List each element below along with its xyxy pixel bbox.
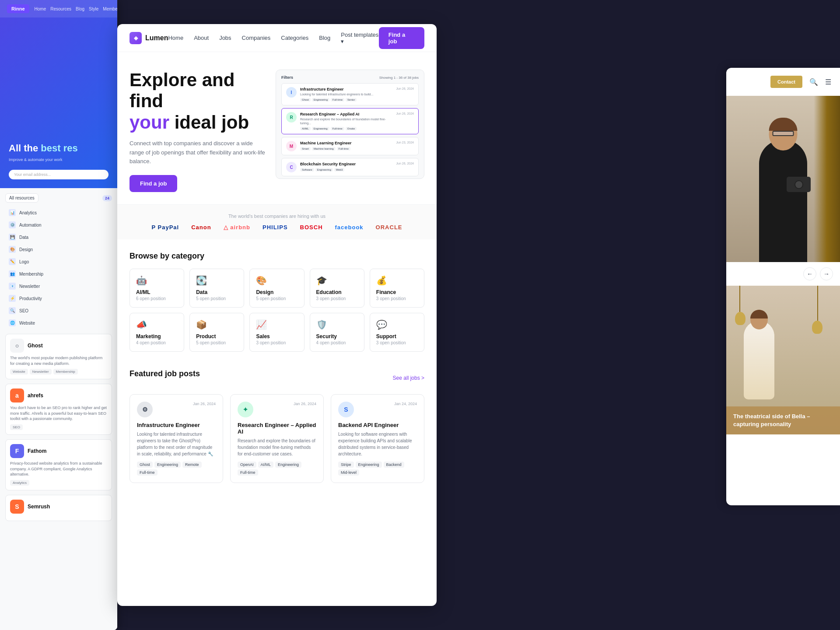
featured-job-ai[interactable]: ✦ Jan 26, 2024 Research Engineer – Appli… bbox=[230, 394, 324, 483]
left-hero-subtext: Improve & automate your work bbox=[9, 158, 108, 162]
nav-home[interactable]: Home bbox=[35, 7, 46, 11]
featured-logo: S bbox=[338, 402, 354, 417]
left-filter-count: 24 bbox=[102, 195, 112, 201]
category-count: 6 open position bbox=[136, 296, 178, 301]
prev-arrow[interactable]: ← bbox=[803, 267, 816, 280]
nav-home[interactable]: Home bbox=[168, 35, 183, 41]
nav-categories[interactable]: Categories bbox=[281, 35, 308, 41]
preview-job-item[interactable]: I Infrastructure Engineer Looking for ta… bbox=[281, 83, 419, 105]
sidebar-item-website[interactable]: 🌐 Website bbox=[5, 317, 112, 329]
preview-job-item[interactable]: R Research Engineer – Applied AI Researc… bbox=[281, 108, 419, 134]
category-product[interactable]: 📦 Product 5 open position bbox=[189, 313, 244, 352]
right-panel: Contact 🔍 ☰ ← → bbox=[726, 68, 840, 505]
menu-icon[interactable]: ☰ bbox=[825, 78, 831, 86]
left-logo[interactable]: Rinne bbox=[7, 4, 29, 13]
category-aiml[interactable]: 🤖 AI/ML 6 open position bbox=[130, 269, 184, 308]
find-job-button-hero[interactable]: Find a job bbox=[130, 175, 177, 192]
left-content: All resources 24 📊 Analytics ⚙️ Automati… bbox=[0, 188, 117, 630]
lumen-nav-links: Home About Jobs Companies Categories Blo… bbox=[168, 32, 378, 45]
category-support[interactable]: 💬 Support 3 open position bbox=[370, 313, 424, 352]
sidebar-item-label: Analytics bbox=[19, 210, 37, 215]
category-education[interactable]: 🎓 Education 3 open position bbox=[310, 269, 364, 308]
education-icon: 🎓 bbox=[316, 275, 358, 286]
browse-title: Browse by category bbox=[130, 252, 424, 261]
sidebar-item-productivity[interactable]: ⚡ Productivity bbox=[5, 293, 112, 304]
fathom-logo: F bbox=[10, 444, 24, 458]
data-icon: 💽 bbox=[196, 275, 238, 286]
nav-jobs[interactable]: Jobs bbox=[219, 35, 231, 41]
featured-tags: Stripe Engineering Backend Mid-level bbox=[338, 462, 417, 476]
contact-button[interactable]: Contact bbox=[770, 76, 802, 88]
sidebar-item-label: Automation bbox=[19, 223, 42, 228]
job-info: Blockchain Security Engineer Software En… bbox=[300, 162, 393, 172]
seo-icon: 🔍 bbox=[9, 307, 16, 314]
tool-card-fathom: F Fathom Privacy-focused website analyti… bbox=[5, 439, 112, 490]
category-security[interactable]: 🛡️ Security 4 open position bbox=[310, 313, 364, 352]
job-tag: Machine learning bbox=[312, 147, 336, 150]
left-email-input[interactable]: Your email address... bbox=[9, 170, 108, 179]
left-hero-text: All the best res Improve & automate your… bbox=[9, 142, 108, 162]
lumen-logo[interactable]: ◈ Lumen bbox=[130, 32, 168, 44]
sidebar-item-logo[interactable]: ✏️ Logo bbox=[5, 256, 112, 267]
job-info: Infrastructure Engineer Looking for tale… bbox=[300, 87, 393, 102]
lumen-logo-icon: ◈ bbox=[130, 32, 142, 44]
featured-job-backend[interactable]: S Jan 24, 2024 Backend API Engineer Look… bbox=[331, 394, 424, 483]
nav-post-templates[interactable]: Post templates ▾ bbox=[341, 32, 379, 45]
nav-blog[interactable]: Blog bbox=[76, 7, 84, 11]
glasses bbox=[773, 131, 794, 136]
category-name: Design bbox=[256, 289, 298, 295]
sidebar-item-membership[interactable]: 👥 Membership bbox=[5, 268, 112, 280]
left-filter-row: All resources 24 bbox=[5, 193, 112, 203]
featured-job-desc: Looking for talented infrastructure engi… bbox=[137, 431, 216, 457]
tool-desc: You don't have to be an SEO pro to rank … bbox=[10, 405, 107, 422]
preview-header: Filters Showing 1 - 36 of 38 jobs bbox=[281, 75, 419, 80]
preview-job-item[interactable]: M Machine Learning Engineer Smart Machin… bbox=[281, 137, 419, 155]
job-tag: Smart bbox=[300, 147, 311, 150]
sidebar-item-automation[interactable]: ⚙️ Automation bbox=[5, 219, 112, 231]
job-tag: Senior bbox=[346, 98, 357, 102]
preview-job-item[interactable]: C Blockchain Security Engineer Software … bbox=[281, 158, 419, 176]
bella-photo: The theatrical side of Bella – capturing… bbox=[726, 286, 840, 434]
find-job-button-nav[interactable]: Find a job bbox=[379, 27, 424, 49]
tool-card-ghost: ○ Ghost The world's most popular modern … bbox=[5, 334, 112, 379]
category-count: 3 open position bbox=[376, 340, 418, 345]
category-data[interactable]: 💽 Data 5 open position bbox=[189, 269, 244, 308]
sidebar-item-seo[interactable]: 🔍 SEO bbox=[5, 305, 112, 316]
tag: Mid-level bbox=[338, 469, 359, 476]
category-finance[interactable]: 💰 Finance 3 open position bbox=[370, 269, 424, 308]
search-icon[interactable]: 🔍 bbox=[809, 78, 818, 86]
featured-tags: OpenAI AI/ML Engineering Full-time bbox=[238, 462, 316, 476]
category-marketing[interactable]: 📣 Marketing 4 open position bbox=[130, 313, 184, 352]
job-tag: Ghost bbox=[300, 98, 311, 102]
job-logo: R bbox=[286, 112, 297, 122]
featured-job-infrastructure[interactable]: ⚙ Jan 26, 2024 Infrastructure Engineer L… bbox=[130, 394, 223, 483]
job-title: Blockchain Security Engineer bbox=[300, 162, 393, 166]
next-arrow[interactable]: → bbox=[820, 267, 833, 280]
featured-section: Featured job posts See all jobs > ⚙ Jan … bbox=[117, 369, 437, 495]
job-tag: Full-time bbox=[331, 98, 344, 102]
featured-job-desc: Research and explore the boundaries of f… bbox=[238, 438, 316, 457]
category-name: AI/ML bbox=[136, 289, 178, 295]
hero-heading: Explore and find your ideal job bbox=[130, 70, 265, 133]
job-date: Jun 23, 2024 bbox=[396, 141, 414, 144]
nav-companies[interactable]: Companies bbox=[242, 35, 271, 41]
featured-date: Jan 26, 2024 bbox=[294, 402, 316, 406]
sidebar-item-newsletter[interactable]: 📧 Newsletter bbox=[5, 280, 112, 292]
category-sales[interactable]: 📈 Sales 3 open position bbox=[249, 313, 304, 352]
nav-style[interactable]: Style bbox=[89, 7, 98, 11]
nav-blog[interactable]: Blog bbox=[319, 35, 330, 41]
nav-resources[interactable]: Resources bbox=[50, 7, 71, 11]
category-count: 4 open position bbox=[136, 340, 178, 345]
job-tag: Web3 bbox=[334, 168, 345, 172]
sidebar-item-analytics[interactable]: 📊 Analytics bbox=[5, 207, 112, 218]
sidebar-item-design[interactable]: 🎨 Design bbox=[5, 244, 112, 255]
nav-about[interactable]: About bbox=[194, 35, 209, 41]
nav-members[interactable]: Members bbox=[103, 7, 117, 11]
see-all-link[interactable]: See all jobs > bbox=[393, 375, 424, 381]
tag: Engineering bbox=[154, 462, 181, 468]
tool-name: Semrush bbox=[28, 504, 50, 510]
category-design[interactable]: 🎨 Design 5 open position bbox=[249, 269, 304, 308]
left-filter-select[interactable]: All resources bbox=[5, 193, 38, 203]
sidebar-item-data[interactable]: 💾 Data bbox=[5, 231, 112, 243]
category-name: Finance bbox=[376, 289, 418, 295]
